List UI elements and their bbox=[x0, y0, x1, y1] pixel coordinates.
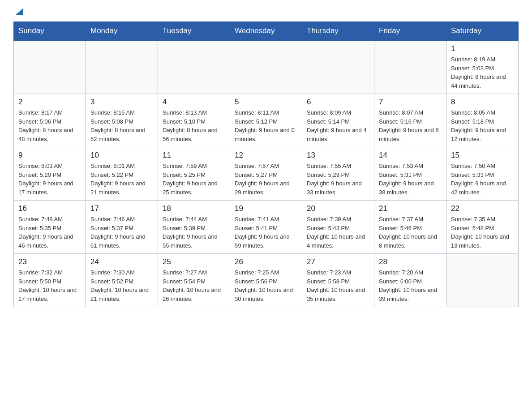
calendar-day-cell: 17Sunrise: 7:46 AM Sunset: 5:37 PM Dayli… bbox=[86, 201, 158, 254]
calendar-day-cell bbox=[86, 40, 158, 94]
day-info: Sunrise: 8:17 AM Sunset: 5:06 PM Dayligh… bbox=[18, 108, 81, 143]
calendar-week-row: 1Sunrise: 8:19 AM Sunset: 5:03 PM Daylig… bbox=[14, 40, 519, 94]
calendar-day-cell: 21Sunrise: 7:37 AM Sunset: 5:46 PM Dayli… bbox=[374, 201, 446, 254]
day-number: 8 bbox=[451, 98, 514, 107]
calendar-day-cell bbox=[446, 254, 519, 307]
calendar-day-cell: 22Sunrise: 7:35 AM Sunset: 5:48 PM Dayli… bbox=[446, 201, 519, 254]
day-of-week-header: Monday bbox=[86, 22, 158, 41]
day-number: 28 bbox=[379, 257, 442, 266]
day-info: Sunrise: 7:48 AM Sunset: 5:35 PM Dayligh… bbox=[18, 215, 81, 250]
day-info: Sunrise: 7:30 AM Sunset: 5:52 PM Dayligh… bbox=[90, 268, 153, 303]
calendar-day-cell: 2Sunrise: 8:17 AM Sunset: 5:06 PM Daylig… bbox=[14, 94, 86, 147]
calendar-day-cell bbox=[302, 40, 374, 94]
calendar-day-cell: 19Sunrise: 7:41 AM Sunset: 5:41 PM Dayli… bbox=[230, 201, 302, 254]
calendar-table: SundayMondayTuesdayWednesdayThursdayFrid… bbox=[13, 21, 519, 307]
calendar-day-cell: 27Sunrise: 7:23 AM Sunset: 5:58 PM Dayli… bbox=[302, 254, 374, 307]
day-info: Sunrise: 7:25 AM Sunset: 5:56 PM Dayligh… bbox=[235, 268, 297, 303]
day-info: Sunrise: 7:55 AM Sunset: 5:29 PM Dayligh… bbox=[307, 162, 369, 197]
day-of-week-header: Wednesday bbox=[230, 22, 302, 41]
day-info: Sunrise: 7:37 AM Sunset: 5:46 PM Dayligh… bbox=[379, 215, 442, 250]
day-number: 6 bbox=[307, 98, 369, 107]
day-info: Sunrise: 7:50 AM Sunset: 5:33 PM Dayligh… bbox=[451, 162, 514, 197]
calendar-day-cell bbox=[158, 40, 230, 94]
day-number: 15 bbox=[451, 151, 514, 160]
calendar-day-cell: 16Sunrise: 7:48 AM Sunset: 5:35 PM Dayli… bbox=[14, 201, 86, 254]
day-number: 7 bbox=[379, 98, 442, 107]
svg-marker-0 bbox=[15, 8, 23, 15]
calendar-day-cell: 8Sunrise: 8:05 AM Sunset: 5:18 PM Daylig… bbox=[446, 94, 519, 147]
day-info: Sunrise: 7:20 AM Sunset: 6:00 PM Dayligh… bbox=[379, 268, 442, 303]
day-number: 11 bbox=[163, 151, 225, 160]
day-info: Sunrise: 7:46 AM Sunset: 5:37 PM Dayligh… bbox=[90, 215, 153, 250]
calendar-day-cell: 4Sunrise: 8:13 AM Sunset: 5:10 PM Daylig… bbox=[158, 94, 230, 147]
day-number: 18 bbox=[163, 204, 225, 213]
logo-triangle-icon bbox=[14, 7, 24, 17]
day-info: Sunrise: 7:53 AM Sunset: 5:31 PM Dayligh… bbox=[379, 162, 442, 197]
day-number: 20 bbox=[307, 204, 369, 213]
day-info: Sunrise: 8:01 AM Sunset: 5:22 PM Dayligh… bbox=[90, 162, 153, 197]
calendar-week-row: 23Sunrise: 7:32 AM Sunset: 5:50 PM Dayli… bbox=[14, 254, 519, 307]
day-info: Sunrise: 7:59 AM Sunset: 5:25 PM Dayligh… bbox=[163, 162, 225, 197]
day-number: 4 bbox=[163, 98, 225, 107]
day-info: Sunrise: 7:39 AM Sunset: 5:43 PM Dayligh… bbox=[307, 215, 369, 250]
calendar-day-cell: 10Sunrise: 8:01 AM Sunset: 5:22 PM Dayli… bbox=[86, 147, 158, 201]
day-number: 24 bbox=[90, 257, 153, 266]
day-number: 26 bbox=[235, 257, 297, 266]
day-of-week-header: Saturday bbox=[446, 22, 519, 41]
calendar-day-cell: 12Sunrise: 7:57 AM Sunset: 5:27 PM Dayli… bbox=[230, 147, 302, 201]
day-of-week-header: Sunday bbox=[14, 22, 86, 41]
day-number: 27 bbox=[307, 257, 369, 266]
day-number: 21 bbox=[379, 204, 442, 213]
calendar-day-cell: 24Sunrise: 7:30 AM Sunset: 5:52 PM Dayli… bbox=[86, 254, 158, 307]
calendar-week-row: 9Sunrise: 8:03 AM Sunset: 5:20 PM Daylig… bbox=[14, 147, 519, 201]
day-info: Sunrise: 8:19 AM Sunset: 5:03 PM Dayligh… bbox=[451, 55, 514, 90]
day-of-week-header: Friday bbox=[374, 22, 446, 41]
calendar-day-cell: 26Sunrise: 7:25 AM Sunset: 5:56 PM Dayli… bbox=[230, 254, 302, 307]
day-number: 1 bbox=[451, 44, 514, 53]
day-number: 19 bbox=[235, 204, 297, 213]
calendar-day-cell: 28Sunrise: 7:20 AM Sunset: 6:00 PM Dayli… bbox=[374, 254, 446, 307]
day-number: 10 bbox=[90, 151, 153, 160]
calendar-day-cell bbox=[14, 40, 86, 94]
calendar-day-cell: 13Sunrise: 7:55 AM Sunset: 5:29 PM Dayli… bbox=[302, 147, 374, 201]
calendar-day-cell: 25Sunrise: 7:27 AM Sunset: 5:54 PM Dayli… bbox=[158, 254, 230, 307]
calendar-day-cell: 18Sunrise: 7:44 AM Sunset: 5:39 PM Dayli… bbox=[158, 201, 230, 254]
calendar-day-cell: 9Sunrise: 8:03 AM Sunset: 5:20 PM Daylig… bbox=[14, 147, 86, 201]
day-number: 22 bbox=[451, 204, 514, 213]
calendar-day-cell bbox=[374, 40, 446, 94]
calendar-day-cell: 15Sunrise: 7:50 AM Sunset: 5:33 PM Dayli… bbox=[446, 147, 519, 201]
day-number: 2 bbox=[18, 98, 81, 107]
calendar-header-row: SundayMondayTuesdayWednesdayThursdayFrid… bbox=[14, 22, 519, 41]
day-info: Sunrise: 8:05 AM Sunset: 5:18 PM Dayligh… bbox=[451, 108, 514, 143]
day-info: Sunrise: 7:23 AM Sunset: 5:58 PM Dayligh… bbox=[307, 268, 369, 303]
day-of-week-header: Tuesday bbox=[158, 22, 230, 41]
day-number: 16 bbox=[18, 204, 81, 213]
day-number: 23 bbox=[18, 257, 81, 266]
calendar-day-cell: 3Sunrise: 8:15 AM Sunset: 5:08 PM Daylig… bbox=[86, 94, 158, 147]
calendar-day-cell: 11Sunrise: 7:59 AM Sunset: 5:25 PM Dayli… bbox=[158, 147, 230, 201]
day-number: 25 bbox=[163, 257, 225, 266]
calendar-day-cell: 7Sunrise: 8:07 AM Sunset: 5:16 PM Daylig… bbox=[374, 94, 446, 147]
day-info: Sunrise: 7:44 AM Sunset: 5:39 PM Dayligh… bbox=[163, 215, 225, 250]
day-info: Sunrise: 7:35 AM Sunset: 5:48 PM Dayligh… bbox=[451, 215, 514, 250]
calendar-day-cell: 20Sunrise: 7:39 AM Sunset: 5:43 PM Dayli… bbox=[302, 201, 374, 254]
day-info: Sunrise: 8:11 AM Sunset: 5:12 PM Dayligh… bbox=[235, 108, 297, 143]
day-of-week-header: Thursday bbox=[302, 22, 374, 41]
day-info: Sunrise: 8:03 AM Sunset: 5:20 PM Dayligh… bbox=[18, 162, 81, 197]
day-number: 3 bbox=[90, 98, 153, 107]
day-info: Sunrise: 7:27 AM Sunset: 5:54 PM Dayligh… bbox=[163, 268, 225, 303]
day-number: 12 bbox=[235, 151, 297, 160]
day-number: 14 bbox=[379, 151, 442, 160]
day-number: 13 bbox=[307, 151, 369, 160]
day-number: 17 bbox=[90, 204, 153, 213]
day-number: 9 bbox=[18, 151, 81, 160]
day-info: Sunrise: 7:41 AM Sunset: 5:41 PM Dayligh… bbox=[235, 215, 297, 250]
page-header bbox=[13, 9, 519, 17]
day-info: Sunrise: 8:15 AM Sunset: 5:08 PM Dayligh… bbox=[90, 108, 153, 143]
calendar-day-cell: 14Sunrise: 7:53 AM Sunset: 5:31 PM Dayli… bbox=[374, 147, 446, 201]
day-info: Sunrise: 7:32 AM Sunset: 5:50 PM Dayligh… bbox=[18, 268, 81, 303]
day-info: Sunrise: 7:57 AM Sunset: 5:27 PM Dayligh… bbox=[235, 162, 297, 197]
calendar-day-cell: 1Sunrise: 8:19 AM Sunset: 5:03 PM Daylig… bbox=[446, 40, 519, 94]
day-info: Sunrise: 8:07 AM Sunset: 5:16 PM Dayligh… bbox=[379, 108, 442, 143]
calendar-day-cell: 5Sunrise: 8:11 AM Sunset: 5:12 PM Daylig… bbox=[230, 94, 302, 147]
